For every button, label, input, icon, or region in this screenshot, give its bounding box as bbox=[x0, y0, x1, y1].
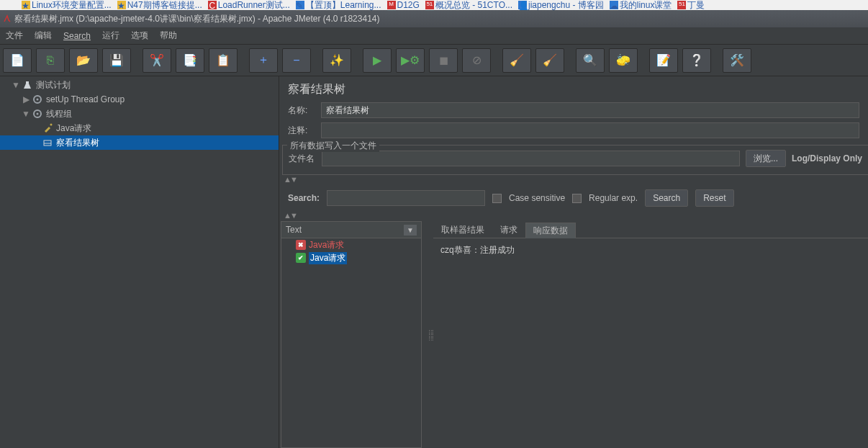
menu-help[interactable]: 帮助 bbox=[160, 30, 177, 42]
vertical-splitter[interactable]: ⠿⠿⠿ bbox=[428, 221, 433, 448]
result-row[interactable]: ✖ Java请求 bbox=[281, 238, 421, 251]
filename-label: 文件名 bbox=[289, 153, 316, 165]
tree-node-test-plan[interactable]: ▼ 测试计划 bbox=[0, 78, 279, 92]
regex-checkbox[interactable] bbox=[572, 194, 582, 203]
tab-sampler-result[interactable]: 取样器结果 bbox=[433, 222, 492, 238]
search-execute-button[interactable]: Search bbox=[645, 189, 688, 207]
comment-input[interactable] bbox=[321, 122, 859, 138]
search-input[interactable] bbox=[327, 190, 485, 206]
browser-tab[interactable]: ☁我的linux课堂 bbox=[610, 0, 672, 10]
collapse-button[interactable]: − bbox=[282, 48, 311, 73]
function-helper-button[interactable]: 📝 bbox=[649, 48, 678, 73]
open-button[interactable]: 📂 bbox=[69, 48, 98, 73]
window-title: 察看结果树.jmx (D:\apache-jmeter-4.0讲课\bin\察看… bbox=[14, 13, 379, 25]
search-bar: Search: Case sensitive Regular exp. Sear… bbox=[279, 185, 868, 211]
save-icon: 💾 bbox=[109, 53, 124, 67]
browser-tab[interactable]: 51概况总览 - 51CTO... bbox=[425, 0, 512, 10]
menu-edit[interactable]: 编辑 bbox=[35, 30, 52, 42]
case-sensitive-label: Case sensitive bbox=[509, 193, 565, 203]
search-label: Search: bbox=[288, 193, 320, 203]
tree-label: 测试计划 bbox=[35, 79, 71, 91]
scissors-icon: ✂️ bbox=[150, 53, 164, 67]
broom-icon: 🧹 bbox=[510, 53, 524, 67]
flask-icon bbox=[22, 79, 33, 91]
stop-icon: ◼ bbox=[439, 53, 448, 67]
fieldset-legend: 所有数据写入一个文件 bbox=[287, 140, 379, 152]
reset-search-icon: 🧽 bbox=[616, 53, 630, 67]
browser-tab-strip: ★Linux环境变量配置... ★N47期博客链接提... CLoadRunne… bbox=[0, 0, 868, 10]
paste-button[interactable]: 📋 bbox=[209, 48, 238, 73]
tab-response-data[interactable]: 响应数据 bbox=[525, 223, 576, 238]
browser-tab[interactable]: ★Linux环境变量配置... bbox=[22, 0, 112, 10]
copy-icon: 📑 bbox=[183, 53, 197, 67]
svg-point-4 bbox=[50, 124, 53, 126]
regex-label: Regular exp. bbox=[589, 193, 638, 203]
menu-search[interactable]: Search bbox=[63, 31, 91, 41]
reset-search-button[interactable]: 🧽 bbox=[609, 48, 638, 73]
search-reset-button[interactable]: Reset bbox=[695, 189, 733, 207]
templates-button[interactable]: ⎘ bbox=[36, 48, 65, 73]
play-gear-icon: ▶⚙ bbox=[401, 53, 420, 67]
search-button[interactable]: 🔍 bbox=[576, 48, 605, 73]
menu-options[interactable]: 选项 bbox=[131, 30, 148, 42]
section-collapser[interactable]: ▲▼ bbox=[279, 211, 868, 221]
tree-label: 察看结果树 bbox=[55, 137, 99, 149]
cut-button[interactable]: ✂️ bbox=[143, 48, 171, 73]
expand-button[interactable]: ＋ bbox=[249, 48, 278, 73]
app-icon bbox=[3, 14, 12, 23]
menu-file[interactable]: 文件 bbox=[6, 30, 23, 42]
notepad-icon: 📝 bbox=[656, 53, 671, 67]
start-button[interactable]: ▶ bbox=[363, 48, 392, 73]
renderer-dropdown[interactable]: Text ▼ bbox=[281, 221, 422, 238]
browse-button[interactable]: 浏览... bbox=[746, 150, 786, 167]
folder-icon: 📂 bbox=[76, 53, 91, 67]
section-collapser[interactable]: ▲▼ bbox=[279, 175, 868, 185]
browser-tab[interactable]: ✎【置顶】Learning... bbox=[296, 0, 381, 10]
save-button[interactable]: 💾 bbox=[102, 48, 131, 73]
browser-tab[interactable]: 51丁曼 bbox=[677, 0, 705, 10]
expand-toggle-icon[interactable]: ▼ bbox=[12, 80, 20, 90]
new-button[interactable]: 📄 bbox=[3, 48, 32, 73]
tree-node-view-results-tree[interactable]: 察看结果树 bbox=[0, 135, 279, 150]
browser-tab[interactable]: 👤jiapengchu - 博客园 bbox=[518, 0, 604, 10]
gear-icon bbox=[32, 108, 43, 120]
toggle-button[interactable]: ✨ bbox=[322, 48, 351, 73]
test-plan-tree[interactable]: ▼ 测试计划 ▶ setUp Thread Group ▼ 线程组 Java请求… bbox=[0, 76, 279, 448]
browser-tab[interactable]: ★N47期博客链接提... bbox=[117, 0, 202, 10]
svg-point-3 bbox=[37, 113, 39, 115]
tab-request[interactable]: 请求 bbox=[492, 222, 525, 238]
clear-button[interactable]: 🧹 bbox=[502, 48, 531, 73]
response-body[interactable]: czq恭喜：注册成功 bbox=[433, 238, 868, 448]
start-notimers-button[interactable]: ▶⚙ bbox=[396, 48, 425, 73]
dropper-icon bbox=[42, 122, 53, 134]
stop-button[interactable]: ◼ bbox=[429, 48, 458, 73]
filename-input[interactable] bbox=[322, 151, 740, 166]
window-titlebar: 察看结果树.jmx (D:\apache-jmeter-4.0讲课\bin\察看… bbox=[0, 10, 868, 27]
tree-node-thread-group[interactable]: ▼ 线程组 bbox=[0, 107, 279, 121]
menu-run[interactable]: 运行 bbox=[102, 30, 119, 42]
browser-tab[interactable]: MD12G bbox=[387, 0, 420, 10]
tree-node-setup-thread-group[interactable]: ▶ setUp Thread Group bbox=[0, 92, 279, 107]
tree-node-java-request[interactable]: Java请求 bbox=[0, 121, 279, 135]
name-input[interactable] bbox=[321, 102, 859, 118]
fail-icon: ✖ bbox=[296, 240, 306, 250]
results-column: Text ▼ ✖ Java请求 ✔ Java请求 bbox=[279, 221, 428, 448]
menu-bar: 文件 编辑 Search 运行 选项 帮助 bbox=[0, 27, 868, 45]
expand-toggle-icon[interactable]: ▼ bbox=[22, 109, 30, 119]
result-row[interactable]: ✔ Java请求 bbox=[281, 251, 421, 264]
result-label: Java请求 bbox=[309, 239, 344, 251]
workspace: ▼ 测试计划 ▶ setUp Thread Group ▼ 线程组 Java请求… bbox=[0, 76, 868, 448]
help-button[interactable]: ❔ bbox=[682, 48, 711, 73]
case-sensitive-checkbox[interactable] bbox=[492, 194, 502, 203]
renderer-value: Text bbox=[286, 225, 302, 235]
shutdown-icon: ⊘ bbox=[472, 53, 482, 67]
results-list[interactable]: ✖ Java请求 ✔ Java请求 bbox=[281, 238, 422, 448]
expand-toggle-icon[interactable]: ▶ bbox=[22, 94, 30, 104]
gear-icon bbox=[32, 94, 43, 105]
shutdown-button[interactable]: ⊘ bbox=[462, 48, 491, 73]
scope-icon bbox=[42, 137, 53, 148]
heap-dump-button[interactable]: 🛠️ bbox=[723, 48, 751, 73]
browser-tab[interactable]: CLoadRunner测试... bbox=[208, 0, 290, 10]
clear-all-button[interactable]: 🧹 bbox=[535, 48, 564, 73]
copy-button[interactable]: 📑 bbox=[176, 48, 204, 73]
